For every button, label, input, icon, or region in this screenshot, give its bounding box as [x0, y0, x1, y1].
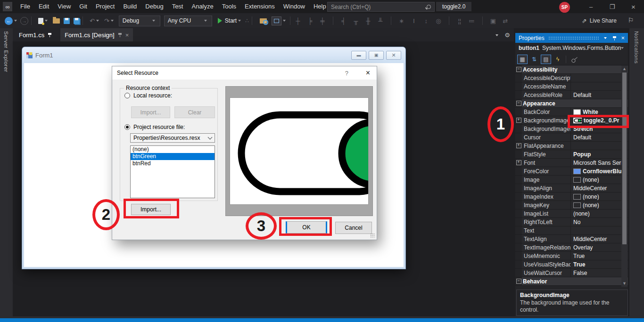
expand-icon[interactable]: +: [516, 160, 521, 165]
collapse-icon[interactable]: −: [516, 101, 521, 106]
tab-form1-cs[interactable]: Form1.cs: [15, 28, 56, 41]
property-category-behavior[interactable]: −Behavior: [515, 277, 628, 286]
object-selector[interactable]: button1 System.Windows.Forms.Button: [515, 43, 628, 53]
property-row-imagekey[interactable]: ImageKey(none): [515, 201, 628, 209]
menu-item-edit[interactable]: Edit: [34, 0, 53, 13]
layout-align-icon[interactable]: ▣: [488, 17, 498, 24]
dialog-close-icon[interactable]: ×: [366, 69, 370, 77]
window-position-dropdown-icon[interactable]: [604, 37, 607, 39]
solution-platform-select[interactable]: Any CPU: [164, 16, 212, 26]
find-in-files-icon[interactable]: [260, 18, 267, 24]
layout-align-icon[interactable]: ╫: [363, 17, 373, 24]
gear-icon[interactable]: ⚙: [504, 32, 510, 39]
property-row-cursor[interactable]: CursorDefault: [515, 133, 628, 142]
property-value[interactable]: (none): [571, 176, 628, 184]
close-icon[interactable]: ×: [623, 0, 644, 13]
collapse-icon[interactable]: −: [516, 279, 521, 284]
property-value[interactable]: Overlay: [571, 243, 628, 251]
categorized-icon[interactable]: ▦: [517, 55, 528, 64]
resource-list[interactable]: (none)btnGreenbtnRed: [130, 145, 215, 198]
save-icon[interactable]: [64, 18, 70, 24]
property-row-accessibledescription[interactable]: AccessibleDescription: [515, 74, 628, 82]
feedback-icon[interactable]: ⚐: [627, 16, 634, 24]
menu-item-project[interactable]: Project: [91, 0, 119, 13]
menu-item-test[interactable]: Test: [168, 0, 188, 13]
property-value[interactable]: (none): [571, 193, 628, 201]
clear-button[interactable]: Clear: [174, 106, 215, 118]
property-value[interactable]: [571, 82, 628, 90]
layout-align-icon[interactable]: ╨: [376, 17, 385, 24]
tab-form1-cs-design[interactable]: Form1.cs [Design] ×: [60, 28, 133, 41]
radio-checked-icon[interactable]: [124, 124, 130, 130]
close-tab-icon[interactable]: ×: [125, 32, 129, 39]
alphabetical-sort-icon[interactable]: ⇅: [529, 55, 539, 64]
toolbar-options-dropdown-icon[interactable]: [283, 20, 286, 22]
property-row-textimagerelation[interactable]: TextImageRelationOverlay: [515, 243, 628, 252]
menu-item-view[interactable]: View: [53, 0, 75, 13]
menu-item-window[interactable]: Window: [279, 0, 309, 13]
document-list-dropdown-icon[interactable]: [495, 34, 498, 36]
start-debug-button[interactable]: Start: [218, 17, 242, 24]
open-file-icon[interactable]: [53, 18, 60, 24]
menu-item-analyze[interactable]: Analyze: [187, 0, 217, 13]
drag-handle[interactable]: [548, 36, 599, 40]
property-row-image[interactable]: Image(none): [515, 176, 628, 184]
layout-align-icon[interactable]: Ⅰ: [409, 17, 419, 24]
resource-list-item[interactable]: btnGreen: [131, 153, 215, 160]
menu-item-debug[interactable]: Debug: [141, 0, 167, 13]
form-minimize-icon[interactable]: ▬: [351, 51, 366, 60]
property-row-usemnemonic[interactable]: UseMnemonicTrue: [515, 252, 628, 260]
live-share-button[interactable]: ⇗ Live Share: [582, 13, 617, 28]
menu-item-git[interactable]: Git: [75, 0, 91, 13]
property-value[interactable]: (none): [571, 209, 628, 217]
form-close-icon[interactable]: ✕: [386, 51, 401, 60]
undo-icon[interactable]: ↶: [90, 17, 95, 24]
property-row-righttoleft[interactable]: RightToLeftNo: [515, 218, 628, 226]
import-local-button[interactable]: Import...: [131, 106, 170, 118]
form-maximize-icon[interactable]: ▣: [369, 51, 384, 60]
scrollbar-thumb[interactable]: [622, 72, 627, 244]
pin-icon[interactable]: [48, 32, 52, 37]
property-row-textalign[interactable]: TextAlignMiddleCenter: [515, 235, 628, 243]
expand-icon[interactable]: +: [516, 118, 521, 123]
new-file-icon[interactable]: [38, 18, 43, 24]
property-category-accessibility[interactable]: −Accessibility: [515, 65, 628, 74]
hot-reload-icon[interactable]: ∴: [245, 17, 249, 24]
property-row-flatappearance[interactable]: +FlatAppearance: [515, 142, 628, 150]
menu-item-build[interactable]: Build: [119, 0, 141, 13]
property-row-usevisualstylebackcolor[interactable]: UseVisualStyleBackColorTrue: [515, 260, 628, 269]
property-row-flatstyle[interactable]: FlatStylePopup: [515, 150, 628, 159]
property-value[interactable]: [571, 226, 628, 234]
layout-align-icon[interactable]: ≔: [467, 17, 477, 24]
property-pages-icon[interactable]: [569, 55, 579, 64]
layout-align-icon[interactable]: ╞: [305, 17, 315, 24]
user-avatar[interactable]: SP: [559, 2, 570, 13]
resource-file-select[interactable]: Properties\Resources.resx: [130, 133, 215, 143]
object-dropdown-icon[interactable]: [621, 47, 624, 49]
property-value[interactable]: No: [571, 218, 628, 226]
resource-list-item[interactable]: (none): [131, 146, 215, 153]
resize-grip[interactable]: [370, 233, 375, 238]
close-panel-icon[interactable]: ×: [621, 34, 625, 41]
notifications-tab[interactable]: Notifications: [634, 31, 639, 64]
minimize-icon[interactable]: –: [580, 0, 602, 13]
properties-title-bar[interactable]: Properties ×: [515, 33, 628, 43]
radio-icon[interactable]: [124, 93, 130, 98]
navigate-back-icon[interactable]: ←: [5, 17, 13, 25]
layout-align-icon[interactable]: ¦¦: [455, 17, 464, 24]
layout-align-icon[interactable]: ┼: [293, 17, 303, 24]
save-all-icon[interactable]: [74, 18, 80, 24]
layout-align-icon[interactable]: ╪: [318, 17, 327, 24]
property-value[interactable]: Default: [571, 91, 628, 99]
scroll-down-icon[interactable]: ▼: [621, 281, 627, 286]
search-icon[interactable]: [427, 5, 431, 9]
property-value[interactable]: [571, 74, 628, 82]
maximize-icon[interactable]: ❐: [602, 0, 623, 13]
property-row-imagelist[interactable]: ImageList(none): [515, 209, 628, 218]
property-value[interactable]: MiddleCenter: [571, 184, 628, 192]
project-resource-radio[interactable]: Project resource file:: [124, 124, 185, 130]
redo-icon[interactable]: ↷: [104, 17, 109, 24]
property-value[interactable]: True: [571, 260, 628, 268]
layout-align-icon[interactable]: ↕: [421, 17, 431, 24]
toolbox-window-icon[interactable]: [272, 16, 281, 25]
